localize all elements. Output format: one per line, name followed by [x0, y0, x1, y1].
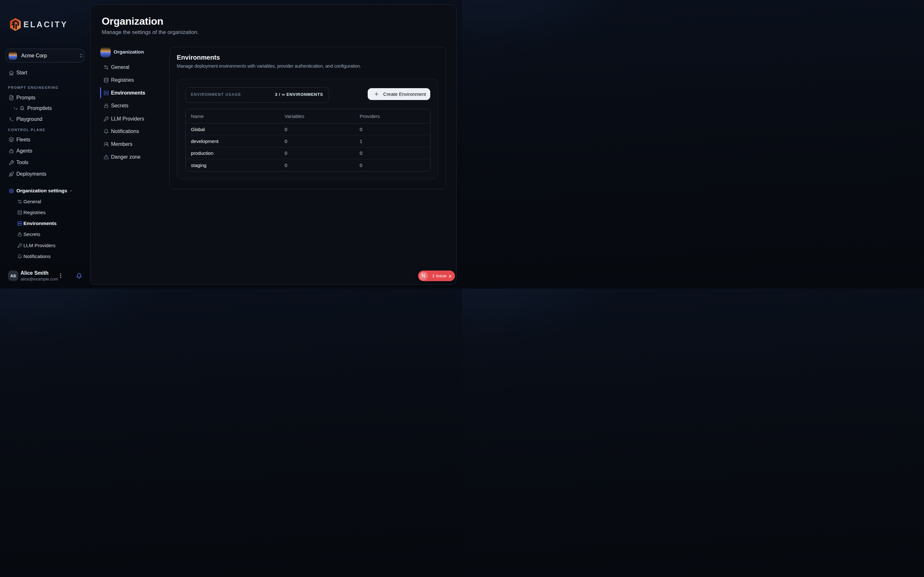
settings-nav-danger-zone[interactable]: Danger zone: [90, 151, 168, 163]
sidebar-item-environments[interactable]: Environments: [0, 218, 90, 229]
settings-nav-general[interactable]: General: [90, 61, 168, 73]
sidebar: ELACITY Acme Corp Start PROMPT ENGINEERI…: [0, 0, 90, 288]
settings-nav-label: Members: [111, 141, 132, 147]
users-icon: [103, 142, 109, 147]
brand-name: ELACITY: [23, 20, 68, 29]
settings-nav-environments[interactable]: Environments: [90, 87, 168, 99]
sidebar-item-general[interactable]: General: [0, 196, 90, 207]
bot-icon: [8, 148, 14, 154]
nextjs-badge[interactable]: N: [419, 272, 428, 280]
settings-nav-registries[interactable]: Registries: [90, 74, 168, 86]
terminal-icon: [8, 116, 14, 122]
settings-nav-label: Notifications: [111, 129, 139, 134]
sidebar-item-registries[interactable]: Registries: [0, 207, 90, 218]
brand-logo: ELACITY: [10, 18, 68, 31]
sidebar-item-label: Environments: [23, 221, 57, 226]
column-header-variables: Variables: [284, 113, 360, 119]
sidebar-item-fleets[interactable]: Fleets: [0, 134, 90, 145]
user-footer: AS Alice Smith alice@example.com: [0, 269, 90, 284]
sidebar-item-label: Promptlets: [27, 105, 52, 111]
settings-nav-llm-providers[interactable]: LLM Providers: [90, 113, 168, 125]
sidebar-item-agents[interactable]: Agents: [0, 145, 90, 157]
lock-icon: [103, 103, 109, 108]
org-gradient-avatar: [9, 52, 17, 60]
issue-count-label: 1 Issue: [432, 274, 447, 278]
settings-nav-label: Registries: [111, 77, 134, 83]
settings-nav-label: Danger zone: [111, 154, 141, 160]
environments-wrapper: ENVIRONMENT USAGE 3 / ∞ ENVIRONMENTS Cre…: [177, 79, 438, 179]
sliders-icon: [17, 199, 22, 204]
table-row-staging[interactable]: staging 0 0: [186, 159, 430, 171]
wrench-icon: [8, 160, 14, 165]
settings-nav-label: Environments: [111, 90, 145, 96]
alert-triangle-icon: [103, 155, 109, 160]
server-icon: [103, 90, 109, 95]
sidebar-item-deployments[interactable]: Deployments: [0, 168, 90, 180]
column-header-name: Name: [186, 113, 284, 119]
column-header-providers: Providers: [360, 113, 430, 119]
sidebar-item-label: Tools: [16, 160, 28, 165]
sidebar-item-prompts[interactable]: Prompts: [0, 92, 90, 103]
table-row-global[interactable]: Global 0 0: [186, 123, 430, 135]
key-icon: [17, 243, 22, 248]
sidebar-item-label: LLM Providers: [23, 243, 55, 248]
settings-nav-label: General: [111, 64, 129, 70]
sidebar-item-label: Start: [16, 70, 27, 76]
environments-panel: Environments Manage deployment environme…: [170, 47, 446, 189]
sidebar-item-llm-providers[interactable]: LLM Providers: [0, 240, 90, 251]
sidebar-item-label: Notifications: [23, 253, 50, 259]
settings-nav-org-label: Organization: [113, 49, 144, 55]
org-switcher-name: Acme Corp: [21, 53, 79, 59]
create-environment-label: Create Environment: [382, 91, 427, 97]
bell-icon: [103, 129, 109, 134]
environments-table: Name Variables Providers Global 0 0 deve…: [186, 109, 431, 171]
table-row-development[interactable]: development 0 1: [186, 135, 430, 147]
layers-icon: [8, 137, 14, 142]
sidebar-item-playground[interactable]: Playground: [0, 113, 90, 125]
settings-nav-label: Secrets: [111, 103, 128, 109]
elacity-hexagon-logo: [10, 18, 21, 31]
settings-nav-notifications[interactable]: Notifications: [90, 126, 168, 137]
sidebar-item-label: Registries: [23, 210, 45, 215]
corner-down-right-icon: [13, 106, 18, 111]
file-text-icon: [8, 95, 14, 100]
user-email: alice@example.com: [21, 277, 58, 282]
home-icon: [8, 70, 14, 76]
lock-icon: [17, 232, 22, 237]
environments-heading: Environments: [177, 54, 220, 61]
sidebar-item-label: Organization settings: [16, 188, 67, 193]
page-subtitle: Manage the settings of the organization.: [102, 29, 199, 35]
rocket-icon: [8, 171, 14, 177]
sidebar-item-label: General: [23, 199, 41, 205]
issue-toast[interactable]: N 1 Issue: [418, 271, 455, 281]
database-icon: [103, 77, 109, 83]
user-avatar[interactable]: AS: [8, 271, 18, 281]
sidebar-item-label: Prompts: [16, 95, 36, 101]
x-icon[interactable]: [448, 274, 452, 279]
create-environment-button[interactable]: Create Environment: [368, 88, 430, 100]
org-switcher[interactable]: Acme Corp: [6, 49, 84, 63]
chevrons-up-down-icon: [79, 53, 83, 58]
sidebar-item-tools[interactable]: Tools: [0, 157, 90, 168]
page-title: Organization: [102, 15, 163, 27]
main-card: Organization Manage the settings of the …: [90, 5, 457, 285]
kebab-menu-icon[interactable]: [58, 272, 63, 279]
table-row-production[interactable]: production 0 0: [186, 147, 430, 159]
settings-nav-members[interactable]: Members: [90, 139, 168, 150]
sidebar-item-label: Agents: [16, 148, 32, 154]
sidebar-item-promptlets[interactable]: Promptlets: [0, 103, 90, 114]
bell-icon: [17, 254, 22, 259]
plus-icon: [374, 91, 379, 97]
database-icon: [17, 210, 22, 215]
chevron-up-icon: [68, 189, 74, 193]
environments-description: Manage deployment environments with vari…: [177, 63, 361, 69]
sidebar-item-notifications[interactable]: Notifications: [0, 251, 90, 262]
sidebar-item-secrets[interactable]: Secrets: [0, 229, 90, 240]
sidebar-item-start[interactable]: Start: [0, 67, 90, 79]
sidebar-item-organization-settings[interactable]: Organization settings: [0, 185, 90, 197]
notifications-bell-icon[interactable]: [76, 272, 82, 279]
settings-nav-secrets[interactable]: Secrets: [90, 100, 168, 111]
server-icon: [17, 221, 22, 226]
puzzle-icon: [19, 106, 25, 111]
environment-usage-box: ENVIRONMENT USAGE 3 / ∞ ENVIRONMENTS: [186, 87, 329, 103]
